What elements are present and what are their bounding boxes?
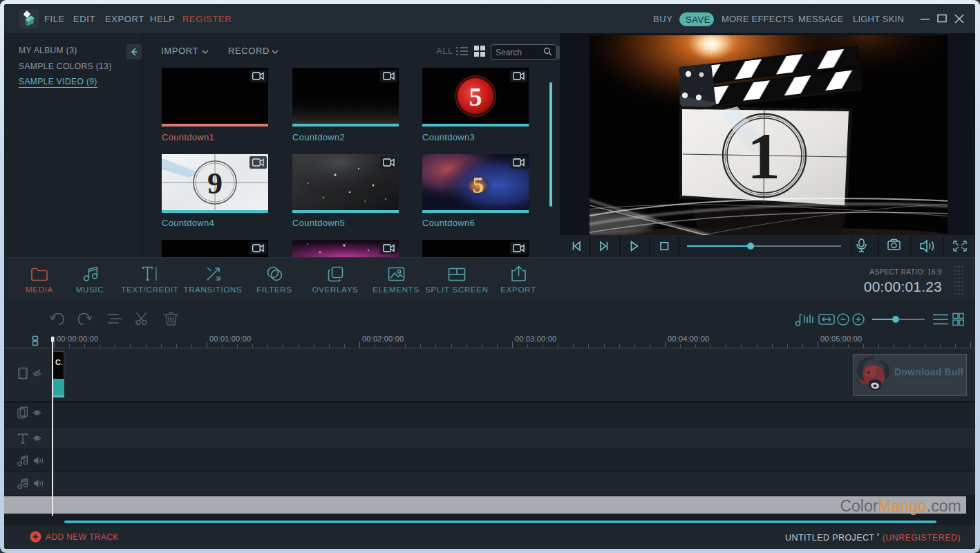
svg-text:5: 5 xyxy=(473,172,484,198)
svg-text:1: 1 xyxy=(747,119,780,193)
svg-text:9: 9 xyxy=(207,167,223,200)
svg-text:5: 5 xyxy=(469,82,482,111)
